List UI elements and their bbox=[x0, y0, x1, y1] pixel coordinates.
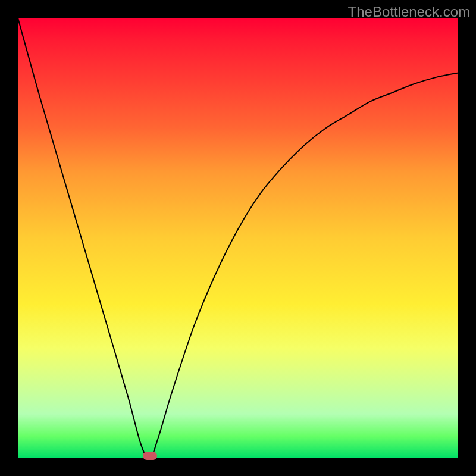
minimum-marker bbox=[143, 452, 157, 460]
plot-area bbox=[18, 18, 458, 458]
bottleneck-chart: TheBottleneck.com bbox=[0, 0, 476, 476]
curve-svg bbox=[18, 18, 458, 458]
bottleneck-curve-path bbox=[18, 18, 458, 458]
